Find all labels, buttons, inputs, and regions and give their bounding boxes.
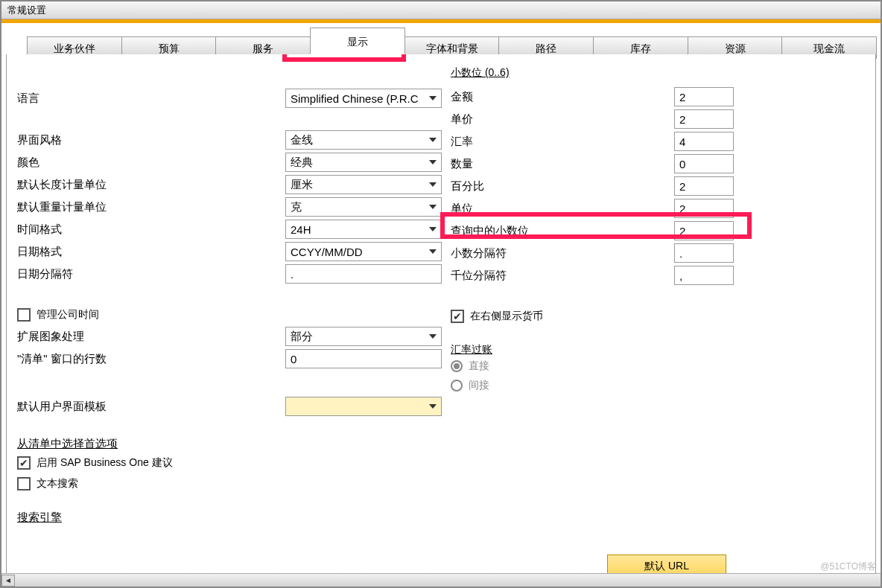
decimals-header: 小数位 (0..6) [451, 65, 865, 86]
language-select[interactable]: Simplified Chinese (P.R.C [285, 89, 442, 108]
time-fmt-label: 时间格式 [17, 223, 285, 237]
horizontal-scrollbar[interactable]: ◄ [1, 573, 881, 587]
date-sep-input[interactable]: . [285, 264, 442, 284]
chevron-down-icon [429, 334, 437, 339]
length-unit-select[interactable]: 厘米 [285, 175, 442, 194]
unit-input[interactable]: 2 [674, 199, 734, 218]
ui-template-select[interactable] [285, 397, 442, 416]
direct-radio[interactable] [451, 360, 463, 372]
qty-label: 数量 [451, 157, 674, 171]
rate-posting-label: 汇率过账 [451, 343, 865, 357]
skin-label: 界面风格 [17, 133, 285, 147]
watermark: @51CTO博客 [820, 560, 876, 573]
tab-display[interactable]: 显示 [310, 28, 405, 54]
thou-sep-label: 千位分隔符 [451, 269, 674, 283]
list-rows-label: "清单" 窗口的行数 [17, 352, 285, 366]
dec-sep-label: 小数分隔符 [451, 246, 674, 261]
date-fmt-label: 日期格式 [17, 245, 285, 259]
image-proc-label: 扩展图象处理 [17, 330, 285, 344]
direct-label: 直接 [469, 359, 489, 373]
window-title-bar: 常规设置 [1, 1, 881, 19]
query-dec-label: 查询中的小数位 [451, 224, 674, 238]
indirect-radio[interactable] [451, 380, 463, 392]
show-currency-right-checkbox[interactable] [451, 310, 464, 323]
percent-input[interactable]: 2 [674, 176, 734, 196]
chevron-down-icon [429, 404, 437, 409]
price-input[interactable]: 2 [674, 109, 734, 129]
highlight-tab-display [282, 54, 406, 62]
chevron-down-icon [429, 182, 437, 187]
image-proc-select[interactable]: 部分 [285, 327, 442, 346]
rate-label: 汇率 [451, 135, 674, 149]
pref-header: 从清单中选择首选项 [17, 437, 442, 451]
query-dec-input[interactable]: 2 [674, 221, 734, 240]
chevron-down-icon [429, 138, 437, 142]
color-select[interactable]: 经典 [285, 153, 442, 172]
chevron-down-icon [429, 160, 437, 164]
thou-sep-input[interactable]: , [674, 266, 734, 285]
dec-sep-input[interactable]: . [674, 243, 734, 263]
window-title: 常规设置 [7, 4, 46, 16]
unit-label: 单位 [451, 202, 674, 216]
chevron-down-icon [429, 205, 437, 209]
chevron-down-icon [429, 249, 437, 254]
chevron-down-icon [429, 96, 437, 100]
sap-suggest-checkbox[interactable] [17, 456, 31, 470]
date-sep-label: 日期分隔符 [17, 267, 285, 281]
show-currency-right-label: 在右侧显示货币 [470, 310, 543, 323]
tab-strip: 业务伙伴 预算 服务 显示 字体和背景 路径 库存 资源 现金流 [6, 28, 876, 54]
qty-input[interactable]: 0 [674, 154, 734, 173]
chevron-down-icon [429, 227, 437, 231]
weight-unit-label: 默认重量计量单位 [17, 200, 285, 214]
time-fmt-select[interactable]: 24H [285, 220, 442, 239]
ui-template-label: 默认用户界面模板 [17, 400, 285, 414]
search-engine-label: 搜索引擎 [17, 511, 442, 525]
length-unit-label: 默认长度计量单位 [17, 178, 285, 192]
manage-time-checkbox[interactable] [17, 308, 31, 322]
sap-suggest-label: 启用 SAP Business One 建议 [37, 456, 173, 470]
language-label: 语言 [17, 92, 285, 106]
amount-label: 金额 [451, 90, 674, 104]
text-search-label: 文本搜索 [37, 477, 78, 490]
price-label: 单价 [451, 112, 674, 127]
scroll-left-button[interactable]: ◄ [1, 575, 15, 587]
manage-time-label: 管理公司时间 [37, 308, 99, 322]
indirect-label: 间接 [469, 379, 489, 392]
weight-unit-select[interactable]: 克 [285, 197, 442, 217]
amount-input[interactable]: 2 [674, 87, 734, 106]
color-label: 颜色 [17, 156, 285, 170]
rate-input[interactable]: 4 [674, 132, 734, 151]
default-url-button[interactable]: 默认 URL [607, 555, 726, 575]
tab-panel-display: 语言 Simplified Chinese (P.R.C 界面风格 金线 [6, 54, 876, 587]
percent-label: 百分比 [451, 179, 674, 194]
skin-select[interactable]: 金线 [285, 130, 442, 150]
text-search-checkbox[interactable] [17, 477, 31, 490]
date-fmt-select[interactable]: CCYY/MM/DD [285, 242, 442, 261]
list-rows-input[interactable]: 0 [285, 349, 442, 368]
